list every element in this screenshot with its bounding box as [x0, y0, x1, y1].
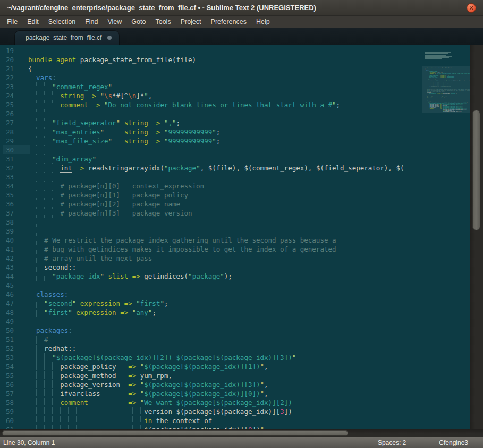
line-number: 24 — [0, 91, 23, 100]
code-text — [23, 145, 422, 154]
code-text: "$(package[$(package_idx)][2])-$(package… — [23, 353, 422, 362]
title-bar[interactable]: ~/vagrant/cfengine_enterprise/package_st… — [0, 0, 483, 16]
minimap-viewport[interactable]: bundle agent package_state_from_file(fil… — [422, 66, 470, 113]
code-text: # package[n][0] = context_expression — [23, 182, 422, 191]
code-line-47[interactable]: 47 "second" expression => "first"; — [0, 299, 422, 308]
code-text — [23, 317, 422, 326]
line-number: 46 — [0, 290, 23, 299]
code-text: "max_entries" string => "99999999999"; — [23, 127, 422, 136]
code-line-57[interactable]: 57 ifvarclass => "$(package[$(package_id… — [0, 389, 422, 398]
line-number: 39 — [0, 227, 23, 236]
syntax-mode[interactable]: Cfengine3 — [439, 439, 468, 446]
code-line-21[interactable]: 21{ — [0, 64, 422, 73]
code-line-44[interactable]: 44 "package_idx" slist => getindices("pa… — [0, 272, 422, 281]
horizontal-scrollbar-thumb[interactable] — [2, 430, 348, 436]
code-text: string => "\s*#[^\n]*", — [23, 91, 422, 100]
indent-setting[interactable]: Spaces: 2 — [378, 439, 406, 446]
line-number: 48 — [0, 308, 23, 317]
code-line-32[interactable]: 32 int => readstringarrayidx("package", … — [0, 163, 422, 173]
line-number: 21 — [0, 64, 23, 73]
code-line-30[interactable]: 30 — [0, 145, 422, 154]
code-line-54[interactable]: 54 package_policy => "$(package[$(packag… — [0, 362, 422, 371]
close-icon[interactable]: ✕ — [467, 3, 476, 13]
code-line-22[interactable]: 22 vars: — [0, 73, 422, 82]
line-number: 20 — [0, 55, 23, 64]
line-number: 54 — [0, 362, 23, 371]
code-line-40[interactable]: 40 # We restrict the package index gathe… — [0, 236, 422, 245]
code-text: "dim_array" — [23, 154, 422, 163]
code-text: # — [23, 335, 422, 344]
menu-item-view[interactable]: View — [103, 16, 126, 28]
line-number: 40 — [0, 236, 23, 245]
code-line-50[interactable]: 50 packages: — [0, 326, 422, 335]
line-number: 58 — [0, 398, 23, 407]
code-editor[interactable]: 1920bundle agent package_state_from_file… — [0, 45, 422, 429]
menu-item-file[interactable]: File — [2, 16, 22, 28]
code-text: package_policy => "$(package[$(package_i… — [23, 362, 422, 371]
code-line-23[interactable]: 23 "comment_regex" — [0, 82, 422, 91]
menu-bar: FileEditSelectionFindViewGotoToolsProjec… — [0, 16, 483, 28]
code-line-52[interactable]: 52 redhat:: — [0, 344, 422, 353]
menu-item-find[interactable]: Find — [80, 16, 103, 28]
code-line-51[interactable]: 51 # — [0, 335, 422, 344]
line-number: 47 — [0, 299, 23, 308]
vertical-scrollbar[interactable] — [470, 45, 483, 437]
code-line-41[interactable]: 41 # bug with getindices makes it imposs… — [0, 245, 422, 254]
code-text: "field_seperator" string => ","; — [23, 118, 422, 127]
code-line-58[interactable]: 58 comment => "We want $(package[$(packa… — [0, 398, 422, 407]
line-number: 59 — [0, 407, 23, 416]
code-line-39[interactable]: 39 — [0, 227, 422, 236]
code-line-56[interactable]: 56 package_version => "$(package[$(packa… — [0, 380, 422, 389]
code-text: comment => "Do not consider blank lines … — [23, 100, 422, 109]
line-number: 29 — [0, 136, 23, 145]
minimap[interactable]: bundle agent package_state_from_file(fil… — [422, 45, 470, 429]
code-line-46[interactable]: 46 classes: — [0, 290, 422, 299]
line-number: 31 — [0, 154, 23, 163]
code-line-45[interactable]: 45 — [0, 281, 422, 290]
vertical-scrollbar-thumb[interactable] — [472, 110, 480, 230]
horizontal-scrollbar[interactable] — [0, 429, 483, 437]
code-line-49[interactable]: 49 — [0, 317, 422, 326]
code-line-20[interactable]: 20bundle agent package_state_from_file(f… — [0, 55, 422, 64]
code-line-26[interactable]: 26 — [0, 109, 422, 118]
code-text: vars: — [23, 73, 422, 82]
status-bar: Line 30, Column 1 Spaces: 2 Cfengine3 — [0, 437, 483, 448]
code-line-53[interactable]: 53 "$(package[$(package_idx)][2])-$(pack… — [0, 353, 422, 362]
code-line-27[interactable]: 27 "field_seperator" string => ","; — [0, 118, 422, 127]
code-line-55[interactable]: 55 package_method => yum_rpm, — [0, 371, 422, 380]
code-line-60[interactable]: 60 in the context of — [0, 416, 422, 425]
code-line-24[interactable]: 24 string => "\s*#[^\n]*", — [0, 91, 422, 100]
line-number: 37 — [0, 209, 23, 218]
code-text: # package[n][1] = package_policy — [23, 191, 422, 200]
code-text: package_version => "$(package[$(package_… — [23, 380, 422, 389]
tab-package-state-from-file[interactable]: package_state_from_file.cf — [15, 31, 119, 45]
menu-item-preferences[interactable]: Preferences — [206, 16, 251, 28]
code-line-61[interactable]: 61 $(package[$(package_idx)][0])" — [0, 425, 422, 429]
code-line-36[interactable]: 36 # package[n][2] = package_name — [0, 200, 422, 209]
menu-item-help[interactable]: Help — [251, 16, 275, 28]
menu-item-selection[interactable]: Selection — [44, 16, 80, 28]
code-line-37[interactable]: 37 # package[n][3] = package_version — [0, 209, 422, 218]
menu-item-edit[interactable]: Edit — [22, 16, 44, 28]
code-line-38[interactable]: 38 — [0, 218, 422, 227]
code-line-28[interactable]: 28 "max_entries" string => "99999999999"… — [0, 127, 422, 136]
code-text: # bug with getindices makes it impossibl… — [23, 245, 422, 254]
code-line-29[interactable]: 29 "max_file_size" string => "9999999999… — [0, 136, 422, 145]
code-line-19[interactable]: 19 — [0, 46, 422, 55]
menu-item-goto[interactable]: Goto — [126, 16, 150, 28]
code-text: # We restrict the package index gatherin… — [23, 236, 422, 245]
code-line-43[interactable]: 43 second:: — [0, 263, 422, 272]
menu-item-project[interactable]: Project — [176, 16, 206, 28]
code-text — [23, 173, 422, 182]
code-line-31[interactable]: 31 "dim_array" — [0, 154, 422, 163]
code-line-34[interactable]: 34 # package[n][0] = context_expression — [0, 182, 422, 191]
menu-item-tools[interactable]: Tools — [150, 16, 175, 28]
line-number: 60 — [0, 416, 23, 425]
code-line-35[interactable]: 35 # package[n][1] = package_policy — [0, 191, 422, 200]
code-line-48[interactable]: 48 "first" expression => "any"; — [0, 308, 422, 317]
code-line-33[interactable]: 33 — [0, 173, 422, 182]
code-line-42[interactable]: 42 # array until the next pass — [0, 254, 422, 263]
line-number: 26 — [0, 109, 23, 118]
code-line-25[interactable]: 25 comment => "Do not consider blank lin… — [0, 100, 422, 109]
code-line-59[interactable]: 59 version $(package[$(package_idx)][3]) — [0, 407, 422, 416]
